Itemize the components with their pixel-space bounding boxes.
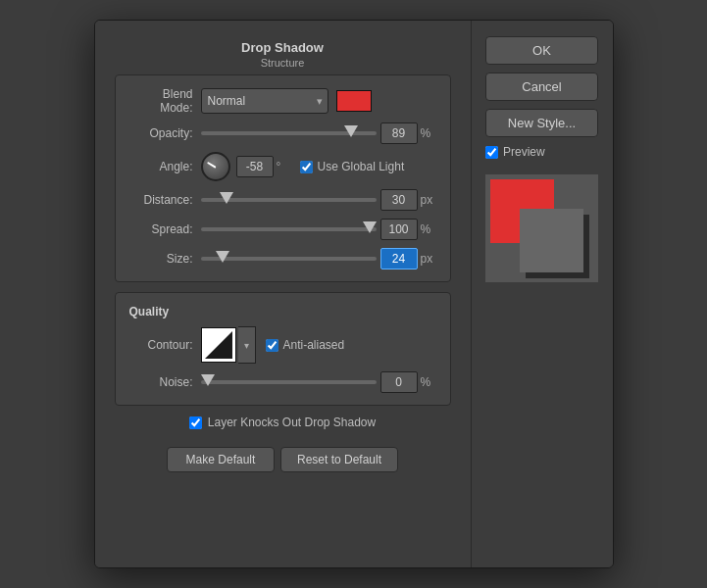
cancel-button[interactable]: Cancel <box>485 73 598 101</box>
distance-slider-container <box>201 198 377 202</box>
left-panel: Drop Shadow Structure Blend Mode: Normal… <box>95 21 471 567</box>
noise-unit: % <box>421 375 436 389</box>
preview-checkbox[interactable] <box>485 146 498 159</box>
spread-row: Spread: 100 % <box>129 219 436 240</box>
opacity-input[interactable]: 89 <box>380 122 418 144</box>
spread-input[interactable]: 100 <box>380 219 418 240</box>
reset-to-default-button[interactable]: Reset to Default <box>280 447 398 472</box>
distance-input[interactable]: 30 <box>380 189 418 211</box>
preview-gray-square <box>520 209 583 272</box>
opacity-unit: % <box>421 126 436 140</box>
size-input[interactable]: 24 <box>380 248 418 270</box>
section-title: Drop Shadow <box>115 40 451 55</box>
size-row: Size: 24 px <box>129 248 436 270</box>
use-global-light-label: Use Global Light <box>318 160 405 173</box>
noise-slider[interactable] <box>201 380 377 384</box>
spread-label: Spread: <box>129 222 193 236</box>
anti-aliased-row: Anti-aliased <box>266 338 345 352</box>
opacity-slider[interactable] <box>201 131 377 135</box>
distance-unit: px <box>421 193 436 207</box>
contour-label: Contour: <box>129 338 193 352</box>
section-subtitle: Structure <box>115 57 451 69</box>
quality-block: Quality Contour: ▾ Anti-aliased <box>115 292 451 406</box>
ok-button[interactable]: OK <box>485 36 598 65</box>
distance-slider[interactable] <box>201 198 377 202</box>
layer-knocks-row: Layer Knocks Out Drop Shadow <box>115 416 451 429</box>
size-unit: px <box>421 252 436 266</box>
drop-shadow-dialog: Drop Shadow Structure Blend Mode: Normal… <box>94 20 614 568</box>
blend-mode-label: Blend Mode: <box>129 87 193 115</box>
size-label: Size: <box>129 252 193 266</box>
blend-mode-row: Blend Mode: Normal Multiply Screen Overl… <box>129 87 436 115</box>
contour-dropdown-btn[interactable]: ▾ <box>238 326 256 364</box>
use-global-light-checkbox[interactable] <box>300 161 313 173</box>
right-panel: OK Cancel New Style... Preview <box>471 21 613 567</box>
contour-wrapper: ▾ <box>201 326 256 364</box>
anti-aliased-checkbox[interactable] <box>266 339 278 352</box>
preview-row: Preview <box>485 145 598 159</box>
layer-knocks-checkbox[interactable] <box>189 416 202 429</box>
blend-mode-select-wrapper[interactable]: Normal Multiply Screen Overlay <box>201 88 328 114</box>
make-default-button[interactable]: Make Default <box>167 447 275 472</box>
distance-label: Distance: <box>129 193 193 207</box>
preview-box <box>485 174 598 282</box>
quality-title: Quality <box>129 305 436 318</box>
spread-slider-container <box>201 227 377 231</box>
color-swatch[interactable] <box>336 90 372 112</box>
spread-slider[interactable] <box>201 227 377 231</box>
angle-input[interactable]: -58 <box>236 156 274 177</box>
contour-row: Contour: ▾ Anti-aliased <box>129 326 436 364</box>
new-style-button[interactable]: New Style... <box>485 109 598 137</box>
blend-mode-select[interactable]: Normal Multiply Screen Overlay <box>201 88 328 114</box>
opacity-slider-container <box>201 131 377 135</box>
angle-label: Angle: <box>129 160 193 173</box>
distance-row: Distance: 30 px <box>129 189 436 211</box>
layer-knocks-label: Layer Knocks Out Drop Shadow <box>208 416 376 429</box>
spread-unit: % <box>421 222 436 236</box>
opacity-row: Opacity: 89 % <box>129 122 436 144</box>
opacity-label: Opacity: <box>129 126 193 140</box>
size-slider[interactable] <box>201 257 377 261</box>
contour-preview[interactable] <box>201 327 236 363</box>
noise-input[interactable]: 0 <box>380 371 418 393</box>
bottom-buttons: Make Default Reset to Default <box>115 447 451 472</box>
preview-label: Preview <box>503 145 545 159</box>
svg-marker-0 <box>205 331 232 359</box>
structure-block: Blend Mode: Normal Multiply Screen Overl… <box>115 74 451 282</box>
angle-knob[interactable] <box>201 152 230 181</box>
noise-slider-container <box>201 380 377 384</box>
noise-row: Noise: 0 % <box>129 371 436 393</box>
size-slider-container <box>201 257 377 261</box>
angle-row: Angle: -58 ° Use Global Light <box>129 152 436 181</box>
angle-unit: ° <box>277 160 292 173</box>
noise-label: Noise: <box>129 375 193 389</box>
anti-aliased-label: Anti-aliased <box>283 338 345 352</box>
